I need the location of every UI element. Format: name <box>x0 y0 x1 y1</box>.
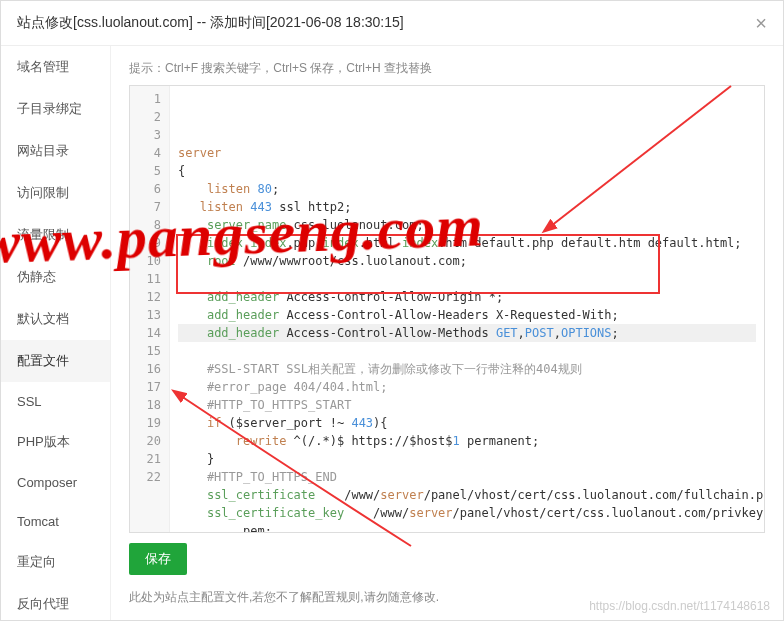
line-number: 16 <box>130 360 161 378</box>
sidebar-item-5[interactable]: 伪静态 <box>1 256 110 298</box>
line-number: 22 <box>130 468 161 486</box>
line-number: 13 <box>130 306 161 324</box>
sidebar-item-0[interactable]: 域名管理 <box>1 46 110 88</box>
line-gutter: 12345678910111213141516171819202122 <box>130 86 170 532</box>
code-line[interactable]: add_header Access-Control-Allow-Origin *… <box>178 288 756 306</box>
code-line[interactable]: listen 80; <box>178 180 756 198</box>
sidebar-item-6[interactable]: 默认文档 <box>1 298 110 340</box>
code-editor[interactable]: 12345678910111213141516171819202122 serv… <box>129 85 765 533</box>
code-line[interactable]: { <box>178 162 756 180</box>
line-number: 21 <box>130 450 161 468</box>
sidebar-item-2[interactable]: 网站目录 <box>1 130 110 172</box>
sidebar-item-11[interactable]: Tomcat <box>1 502 110 541</box>
modal-body: 域名管理子目录绑定网站目录访问限制流量限制伪静态默认文档配置文件SSLPHP版本… <box>1 46 783 620</box>
config-note: 此处为站点主配置文件,若您不了解配置规则,请勿随意修改. <box>129 589 765 606</box>
line-number: 3 <box>130 126 161 144</box>
line-number: 4 <box>130 144 161 162</box>
sidebar: 域名管理子目录绑定网站目录访问限制流量限制伪静态默认文档配置文件SSLPHP版本… <box>1 46 111 620</box>
code-area[interactable]: server{ listen 80; listen 443 ssl http2;… <box>170 86 764 532</box>
modal-header: 站点修改[css.luolanout.com] -- 添加时间[2021-06-… <box>1 1 783 46</box>
sidebar-item-8[interactable]: SSL <box>1 382 110 421</box>
line-number: 19 <box>130 414 161 432</box>
code-line[interactable]: .pem; <box>178 522 756 532</box>
line-number: 5 <box>130 162 161 180</box>
code-line[interactable]: server <box>178 144 756 162</box>
hint-text: 提示：Ctrl+F 搜索关键字，Ctrl+S 保存，Ctrl+H 查找替换 <box>129 60 765 77</box>
code-line[interactable]: root /www/wwwroot/css.luolanout.com; <box>178 252 756 270</box>
code-line[interactable]: #SSL-START SSL相关配置，请勿删除或修改下一行带注释的404规则 <box>178 360 756 378</box>
line-number: 12 <box>130 288 161 306</box>
line-number: 11 <box>130 270 161 288</box>
sidebar-item-3[interactable]: 访问限制 <box>1 172 110 214</box>
line-number: 9 <box>130 234 161 252</box>
modal: 站点修改[css.luolanout.com] -- 添加时间[2021-06-… <box>0 0 784 621</box>
code-line[interactable]: } <box>178 450 756 468</box>
sidebar-item-12[interactable]: 重定向 <box>1 541 110 583</box>
code-line[interactable]: ssl_certificate /www/server/panel/vhost/… <box>178 486 756 504</box>
code-line[interactable]: rewrite ^(/.*)$ https://$host$1 permanen… <box>178 432 756 450</box>
sidebar-item-10[interactable]: Composer <box>1 463 110 502</box>
main-panel: 提示：Ctrl+F 搜索关键字，Ctrl+S 保存，Ctrl+H 查找替换 12… <box>111 46 783 620</box>
code-line[interactable]: add_header Access-Control-Allow-Methods … <box>178 324 756 342</box>
save-button[interactable]: 保存 <box>129 543 187 575</box>
sidebar-item-9[interactable]: PHP版本 <box>1 421 110 463</box>
line-number: 7 <box>130 198 161 216</box>
code-line[interactable]: listen 443 ssl http2; <box>178 198 756 216</box>
sidebar-item-4[interactable]: 流量限制 <box>1 214 110 256</box>
code-line[interactable]: server_name css.luolanout.com; <box>178 216 756 234</box>
code-line[interactable] <box>178 342 756 360</box>
code-line[interactable] <box>178 270 756 288</box>
code-line[interactable]: ssl_certificate_key /www/server/panel/vh… <box>178 504 756 522</box>
line-number: 1 <box>130 90 161 108</box>
line-number: 15 <box>130 342 161 360</box>
sidebar-item-7[interactable]: 配置文件 <box>1 340 110 382</box>
close-icon[interactable]: × <box>755 13 767 33</box>
line-number: 2 <box>130 108 161 126</box>
modal-title: 站点修改[css.luolanout.com] -- 添加时间[2021-06-… <box>17 14 404 32</box>
code-line[interactable]: if ($server_port !~ 443){ <box>178 414 756 432</box>
code-line[interactable]: #error_page 404/404.html; <box>178 378 756 396</box>
sidebar-item-1[interactable]: 子目录绑定 <box>1 88 110 130</box>
code-line[interactable]: index index.php index.html index.htm def… <box>178 234 756 252</box>
code-line[interactable]: #HTTP_TO_HTTPS_START <box>178 396 756 414</box>
line-number: 8 <box>130 216 161 234</box>
code-line[interactable]: #HTTP_TO_HTTPS_END <box>178 468 756 486</box>
line-number: 17 <box>130 378 161 396</box>
line-number: 18 <box>130 396 161 414</box>
sidebar-item-13[interactable]: 反向代理 <box>1 583 110 620</box>
code-line[interactable]: add_header Access-Control-Allow-Headers … <box>178 306 756 324</box>
line-number: 20 <box>130 432 161 450</box>
line-number: 6 <box>130 180 161 198</box>
line-number: 14 <box>130 324 161 342</box>
line-number: 10 <box>130 252 161 270</box>
